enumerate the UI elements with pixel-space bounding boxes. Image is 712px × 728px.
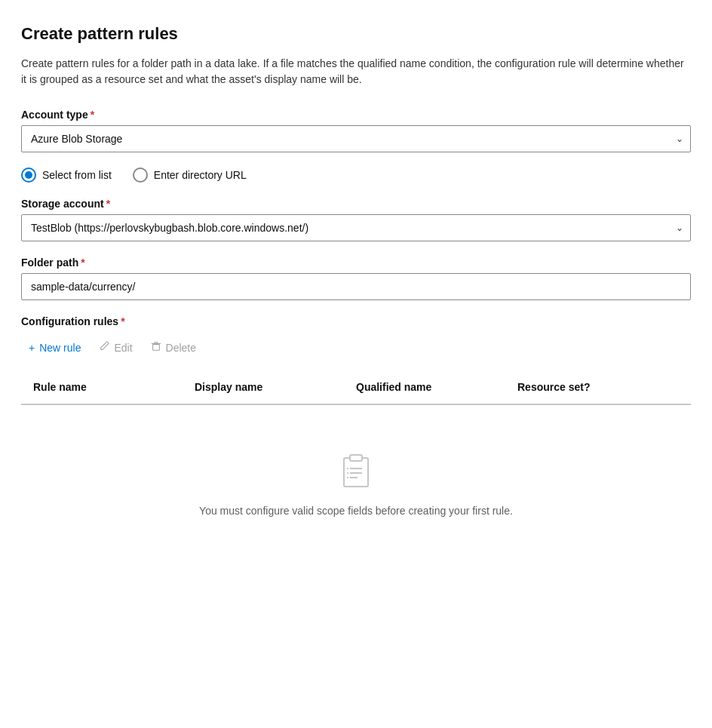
page-title: Create pattern rules (21, 24, 691, 44)
delete-button[interactable]: Delete (143, 336, 204, 358)
folder-path-label: Folder path* (21, 256, 691, 269)
table-header-row: Rule name Display name Qualified name Re… (21, 370, 691, 404)
enter-directory-url-option[interactable]: Enter directory URL (133, 167, 247, 183)
new-rule-label: New rule (39, 342, 81, 354)
delete-label: Delete (166, 342, 196, 354)
edit-button[interactable]: Edit (91, 336, 140, 358)
account-type-label: Account type* (21, 109, 691, 121)
folder-path-field: Folder path* (21, 256, 691, 300)
edit-label: Edit (114, 342, 132, 354)
select-from-list-label: Select from list (42, 169, 112, 181)
edit-icon (99, 341, 109, 354)
empty-clipboard-icon (335, 450, 377, 493)
table-empty-message: You must configure valid scope fields be… (199, 505, 513, 517)
col-resource-set: Resource set? (517, 376, 679, 398)
col-rule-name: Rule name (33, 376, 195, 398)
rules-toolbar: + New rule Edit Delete (21, 336, 691, 358)
configuration-rules-label: Configuration rules* (21, 315, 691, 327)
storage-account-label: Storage account* (21, 198, 691, 210)
folder-path-input[interactable] (21, 273, 691, 300)
svg-rect-2 (350, 455, 362, 461)
configuration-rules-section: Configuration rules* + New rule Edit Del… (21, 315, 691, 547)
new-rule-button[interactable]: + New rule (21, 337, 88, 358)
plus-icon: + (29, 342, 35, 354)
col-display-name: Display name (195, 376, 356, 398)
storage-account-select[interactable]: TestBlob (https://perlovskybugbash.blob.… (21, 214, 691, 241)
col-qualified-name: Qualified name (356, 376, 517, 398)
table-empty-state: You must configure valid scope fields be… (21, 405, 691, 547)
svg-rect-0 (152, 344, 159, 350)
account-type-select-wrapper: Azure Blob StorageAzure Data Lake Storag… (21, 125, 691, 152)
account-type-field: Account type* Azure Blob StorageAzure Da… (21, 109, 691, 152)
enter-directory-url-label: Enter directory URL (154, 169, 247, 181)
select-from-list-option[interactable]: Select from list (21, 167, 112, 183)
account-type-select[interactable]: Azure Blob StorageAzure Data Lake Storag… (21, 125, 691, 152)
rules-table: Rule name Display name Qualified name Re… (21, 370, 691, 547)
storage-account-field: Storage account* TestBlob (https://perlo… (21, 198, 691, 241)
storage-account-select-wrapper: TestBlob (https://perlovskybugbash.blob.… (21, 214, 691, 241)
source-type-radio-group: Select from list Enter directory URL (21, 167, 691, 183)
select-from-list-radio[interactable] (21, 167, 36, 183)
delete-icon (151, 341, 161, 354)
enter-directory-url-radio[interactable] (133, 167, 148, 183)
page-description: Create pattern rules for a folder path i… (21, 56, 691, 88)
